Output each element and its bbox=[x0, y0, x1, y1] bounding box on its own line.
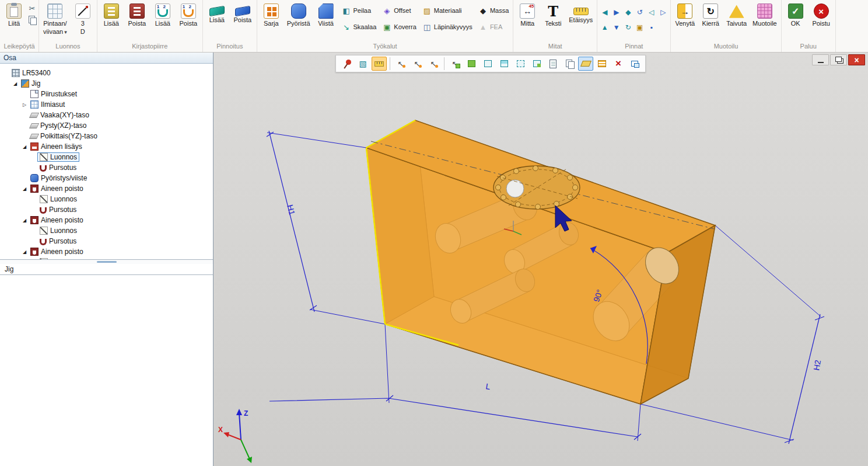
save-face-icon[interactable]: ▣ bbox=[634, 20, 645, 35]
tree-item-vaaka-xy-taso-4[interactable]: Vaaka(XY)-taso bbox=[0, 110, 213, 120]
scene-canvas[interactable]: H1 L H2 90° Z X bbox=[214, 53, 868, 466]
tree-expanded-arrow-icon[interactable]: ◢ bbox=[12, 81, 19, 86]
tree-item-py-ristys-viiste-10[interactable]: Pyöristys/viiste bbox=[0, 173, 213, 183]
restore-button[interactable] bbox=[830, 54, 847, 65]
tree-item-luonnos-12[interactable]: Luonnos bbox=[0, 194, 213, 204]
fillet-icon bbox=[30, 174, 38, 182]
copy-icon[interactable] bbox=[27, 15, 37, 25]
rotate-ccw-icon[interactable]: ↻ bbox=[622, 20, 634, 35]
group-label-return: Paluu bbox=[783, 41, 834, 52]
panel-splitter[interactable] bbox=[0, 259, 213, 264]
cut-icon[interactable]: ✂ bbox=[27, 4, 37, 13]
mirror-button[interactable]: ◧ Peilaa bbox=[340, 3, 379, 18]
offset-button[interactable]: ◈ Offset bbox=[380, 3, 419, 18]
next-face-icon[interactable]: ▷ bbox=[657, 5, 668, 20]
tree-item-label: Luonnos bbox=[50, 227, 77, 235]
minimize-button[interactable] bbox=[812, 54, 829, 65]
wire-box-inner-icon bbox=[533, 60, 541, 67]
library-add-numbered-button[interactable]: 1 2 Lisää bbox=[150, 1, 175, 28]
distance-button[interactable]: Etäisyys bbox=[566, 1, 595, 25]
tree-item-pursotus-16[interactable]: Pursotus bbox=[0, 236, 213, 246]
viewport-3d[interactable]: ▧↖↖↖↖× × bbox=[214, 53, 868, 466]
tree-item-piirustukset-2[interactable]: Piirustukset bbox=[0, 89, 213, 99]
viewport-tool-wire-box-inner[interactable] bbox=[529, 57, 544, 71]
model-jig-box[interactable] bbox=[366, 120, 715, 404]
viewport-tool-select-element[interactable]: ↖ bbox=[447, 57, 463, 71]
bend-button[interactable]: Taivuta bbox=[724, 1, 749, 28]
stretch-button[interactable]: → Venytä bbox=[673, 1, 697, 28]
viewport-tool-wire-box-left[interactable] bbox=[480, 57, 495, 71]
transparency-button[interactable]: ◫ Läpinäkyvyys bbox=[420, 19, 475, 34]
library-delete-numbered-button[interactable]: 1 2 Poista bbox=[176, 1, 201, 28]
library-delete-button[interactable]: Poista bbox=[125, 1, 149, 28]
mass-icon: ◆ bbox=[478, 6, 488, 15]
series-button[interactable]: Sarja bbox=[259, 1, 284, 28]
text-button[interactable]: T Teksti bbox=[541, 1, 565, 28]
chamfer-button[interactable]: Viistä bbox=[314, 1, 338, 28]
top-boss-circle[interactable] bbox=[494, 166, 580, 210]
mirror-right-icon[interactable]: ▶ bbox=[611, 5, 622, 20]
offset-label: Offset bbox=[394, 7, 411, 14]
mass-button[interactable]: ◆ Massa bbox=[476, 3, 511, 18]
tree-item-pursotus-9[interactable]: Pursotus bbox=[0, 162, 213, 173]
viewport-tool-feature-list[interactable] bbox=[545, 57, 561, 71]
tree-expanded-arrow-icon[interactable]: ◢ bbox=[21, 186, 28, 192]
paste-button[interactable]: Liitä bbox=[2, 1, 26, 28]
viewport-tool-measure[interactable] bbox=[372, 57, 387, 71]
stretch-icon: → bbox=[677, 4, 692, 19]
prev-face-icon[interactable]: ◁ bbox=[646, 5, 657, 20]
fillet-button[interactable]: Pyöristä bbox=[285, 1, 313, 28]
viewport-tool-snap-face[interactable]: ↖ bbox=[426, 57, 441, 71]
tree-item-aineen-poisto-14[interactable]: ◢Aineen poisto bbox=[0, 215, 213, 225]
tree-item-jig-1[interactable]: ◢Jig bbox=[0, 78, 213, 89]
twist-button[interactable]: ↻ Kierrä bbox=[698, 1, 723, 28]
viewport-tool-copy-sheets[interactable] bbox=[562, 57, 577, 71]
viewport-tool-delete[interactable]: × bbox=[611, 57, 626, 71]
tree-item-poikittais-yz-taso-6[interactable]: Poikittais(YZ)-taso bbox=[0, 131, 213, 141]
coating-delete-button[interactable]: Poista bbox=[230, 1, 255, 25]
sketch-3d-button[interactable]: 3 D bbox=[71, 1, 95, 36]
exit-button[interactable]: × Poistu bbox=[809, 1, 834, 28]
viewport-tool-select-window[interactable]: ▧ bbox=[355, 57, 370, 71]
viewport-tool-wire-box-top[interactable] bbox=[496, 57, 512, 71]
ok-button[interactable]: ✓ OK bbox=[783, 1, 808, 28]
viewport-tool-wire-box-dashed[interactable] bbox=[513, 57, 528, 71]
tree-item-lr53400-0[interactable]: LR53400 bbox=[0, 68, 213, 78]
apply-face-icon[interactable]: ▪ bbox=[646, 20, 657, 35]
tree-item-aineen-lis-ys-7[interactable]: ◢Aineen lisäys bbox=[0, 141, 213, 152]
tree-expanded-arrow-icon[interactable]: ◢ bbox=[21, 249, 28, 255]
viewport-tool-sketch-plane[interactable] bbox=[578, 57, 593, 71]
tree-item-aineen-poisto-17[interactable]: ◢Aineen poisto bbox=[0, 246, 213, 257]
material-button[interactable]: ▨ Materiaali bbox=[420, 3, 475, 18]
viewport-tool-snap-nearest[interactable]: ↖ bbox=[393, 57, 408, 71]
tree-item-luonnos-15[interactable]: Luonnos bbox=[0, 225, 213, 236]
coating-add-button[interactable]: Lisää bbox=[205, 1, 229, 25]
swap-faces-icon[interactable]: ◆ bbox=[622, 5, 634, 20]
reshape-button[interactable]: Muotoile bbox=[750, 1, 779, 28]
tree-item-pursotus-13[interactable]: Pursotus bbox=[0, 204, 213, 215]
face-up-icon[interactable]: ▲ bbox=[599, 20, 610, 35]
rotate-cw-icon[interactable]: ↺ bbox=[634, 5, 645, 20]
mirror-left-icon[interactable]: ◀ bbox=[599, 5, 610, 20]
viewport-tool-export-window[interactable] bbox=[627, 57, 642, 71]
tree-expanded-arrow-icon[interactable]: ◢ bbox=[21, 144, 28, 149]
close-button[interactable]: × bbox=[848, 54, 865, 65]
viewport-tool-snap-point[interactable]: ↖ bbox=[410, 57, 425, 71]
scale-button[interactable]: ↘ Skaalaa bbox=[340, 19, 379, 34]
hollow-button[interactable]: ▣ Koverra bbox=[380, 19, 419, 34]
viewport-tool-print-rows[interactable] bbox=[594, 57, 610, 71]
face-down-icon[interactable]: ▼ bbox=[611, 20, 622, 35]
viewport-tool-shaded-box[interactable] bbox=[464, 57, 479, 71]
sketch-on-surface-button[interactable]: Pintaan/ viivaan bbox=[41, 1, 69, 37]
ribbon-group-coating: Lisää Poista Pinnoitus bbox=[203, 0, 257, 52]
tree-expanded-arrow-icon[interactable]: ◢ bbox=[21, 218, 28, 223]
viewport-tool-pin[interactable] bbox=[339, 57, 354, 71]
tree-item-ilmiasut-3[interactable]: ▷Ilmiasut bbox=[0, 99, 213, 110]
measure-button[interactable]: ↔45 Mitta bbox=[515, 1, 540, 28]
library-add-button[interactable]: Lisää bbox=[99, 1, 124, 28]
tree-item-aineen-poisto-11[interactable]: ◢Aineen poisto bbox=[0, 183, 213, 194]
tree-item-pysty-xz-taso-5[interactable]: Pysty(XZ)-taso bbox=[0, 120, 213, 131]
mirror-label: Peilaa bbox=[354, 7, 372, 14]
tree-item-luonnos-8[interactable]: Luonnos bbox=[0, 152, 213, 162]
tree-collapsed-arrow-icon[interactable]: ▷ bbox=[21, 102, 28, 107]
